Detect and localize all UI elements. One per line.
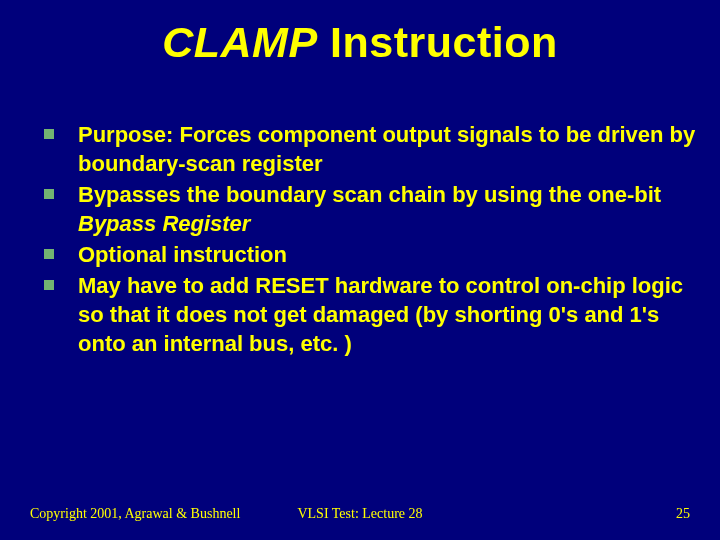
- slide-content: Purpose: Forces component output signals…: [30, 120, 700, 360]
- bullet-text: May have to add RESET hardware to contro…: [78, 273, 683, 356]
- bullet-text: Optional instruction: [78, 242, 287, 267]
- bullet-text: Purpose: Forces component output signals…: [78, 122, 695, 176]
- bullet-emph: Bypass Register: [78, 211, 250, 236]
- slide-title: CLAMP Instruction: [0, 0, 720, 67]
- title-emph: CLAMP: [162, 18, 317, 66]
- list-item: Bypasses the boundary scan chain by usin…: [30, 180, 700, 238]
- list-item: May have to add RESET hardware to contro…: [30, 271, 700, 358]
- list-item: Optional instruction: [30, 240, 700, 269]
- list-item: Purpose: Forces component output signals…: [30, 120, 700, 178]
- footer-page-number: 25: [676, 506, 690, 522]
- bullet-list: Purpose: Forces component output signals…: [30, 120, 700, 358]
- slide: CLAMP Instruction Purpose: Forces compon…: [0, 0, 720, 540]
- bullet-text: Bypasses the boundary scan chain by usin…: [78, 182, 661, 207]
- footer-lecture: VLSI Test: Lecture 28: [30, 506, 690, 522]
- title-rest: Instruction: [318, 18, 558, 66]
